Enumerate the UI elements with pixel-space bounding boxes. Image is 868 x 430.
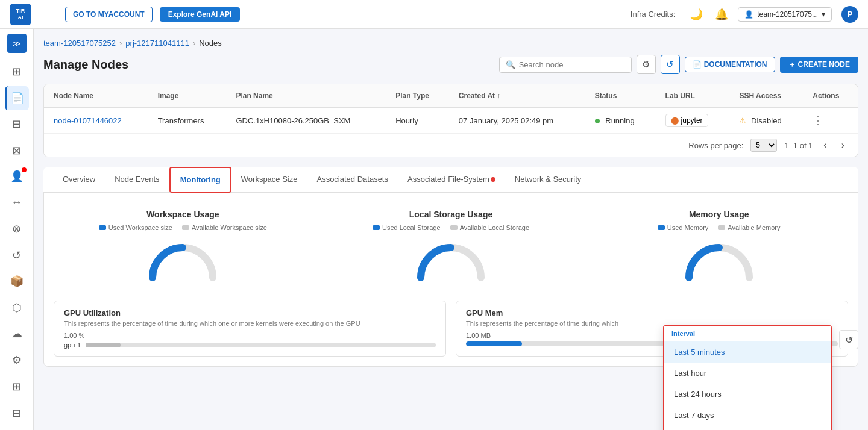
status-dot — [595, 119, 600, 123]
gpu-utilization-bar-fill — [86, 343, 121, 347]
sidebar-item-table[interactable]: ⊠ — [5, 139, 29, 162]
jupyter-logo: ⬤ — [671, 116, 679, 125]
sidebar-item-datasets[interactable]: ⊟ — [5, 113, 29, 136]
logo-icon: TIRAI — [10, 4, 31, 25]
rows-per-page-label: Rows per page: — [688, 141, 743, 150]
usage-row: Workspace Usage Used Workspace size Avai… — [54, 202, 848, 291]
page-actions: 🔍 ⚙ ↺ 📄 DOCUMENTATION ＋ CREATE NODE — [499, 55, 858, 74]
sidebar-item-network[interactable]: ⬡ — [5, 296, 29, 319]
tab-workspace-size[interactable]: Workspace Size — [231, 167, 307, 192]
sidebar-item-registry[interactable]: ⊞ — [5, 375, 29, 399]
breadcrumb-team[interactable]: team-120517075252 — [43, 39, 116, 48]
workspace-usage-card: Workspace Usage Used Workspace size Avai… — [54, 202, 312, 291]
tab-node-events[interactable]: Node Events — [105, 167, 169, 192]
tab-overview[interactable]: Overview — [53, 167, 105, 192]
workspace-usage-legend: Used Workspace size Available Workspace … — [61, 224, 305, 231]
monitoring-refresh-button[interactable]: ↺ — [839, 330, 858, 349]
tab-network-security[interactable]: Network & Security — [505, 167, 591, 192]
tab-monitoring[interactable]: Monitoring — [169, 167, 231, 193]
explore-genai-button[interactable]: Explore GenAI API — [160, 7, 241, 22]
page-title: Manage Nodes — [43, 58, 128, 72]
sidebar-item-dashboard[interactable]: ⊞ — [5, 60, 29, 84]
tab-associated-filesystem[interactable]: Associated File-System — [398, 167, 505, 192]
col-actions: Actions — [803, 84, 858, 108]
table-header-row: Node Name Image Plan Name Plan Type Crea… — [44, 84, 858, 108]
gpu-utilization-bar-wrap: gpu-1 — [64, 341, 436, 349]
cell-actions: ⋮ — [803, 108, 858, 134]
cell-image: Transformers — [148, 108, 227, 134]
interval-option-7d[interactable]: Last 7 days — [664, 405, 831, 426]
memory-usage-card: Memory Usage Used Memory Available Memor… — [590, 202, 848, 291]
memory-usage-title: Memory Usage — [597, 210, 841, 219]
memory-usage-legend: Used Memory Available Memory — [597, 224, 841, 231]
interval-option-1mo[interactable]: Last month — [664, 426, 831, 430]
workspace-usage-title: Workspace Usage — [61, 210, 305, 219]
local-storage-title: Local Storage Usage — [329, 210, 573, 219]
gpu-utilization-bar-label: gpu-1 — [64, 341, 81, 349]
tab-associated-datasets[interactable]: Associated Datasets — [307, 167, 398, 192]
sidebar-item-users[interactable]: 👤 — [5, 165, 29, 189]
breadcrumb-project[interactable]: prj-121711041111 — [125, 39, 189, 48]
cell-lab-url: ⬤ jupyter — [656, 108, 730, 134]
node-link[interactable]: node-01071446022 — [54, 116, 122, 125]
memory-available-legend-dot — [718, 225, 725, 230]
sidebar-item-workflows[interactable]: ↔ — [5, 191, 29, 214]
col-status: Status — [585, 84, 656, 108]
infra-credits-label: Infra Credits: — [631, 10, 675, 19]
cell-node-name: node-01071446022 — [44, 108, 148, 134]
interval-option-5min[interactable]: Last 5 minutes — [664, 341, 831, 363]
chevron-down-icon: ▾ — [822, 10, 825, 19]
col-node-name: Node Name — [44, 84, 148, 108]
jupyter-label: jupyter — [681, 116, 703, 125]
filter-button[interactable]: ⚙ — [637, 55, 656, 74]
logo: TIRAI — [10, 4, 58, 25]
col-created-at: Created At ↑ — [449, 84, 585, 108]
notifications-button[interactable]: 🔔 — [712, 5, 731, 23]
plus-icon: ＋ — [788, 60, 796, 70]
sidebar-item-nodes[interactable]: 📄 — [5, 86, 29, 110]
sidebar-item-refresh[interactable]: ↺ — [5, 243, 29, 267]
sidebar-item-storage[interactable]: 📦 — [5, 269, 29, 293]
memory-used-legend-dot — [658, 225, 665, 230]
team-selector-button[interactable]: 👤 team-120517075... ▾ — [738, 7, 832, 22]
sidebar-toggle-button[interactable]: ≫ — [7, 34, 27, 53]
gpu-utilization-stat: 1.00 % — [64, 332, 436, 339]
local-storage-legend: Used Local Storage Available Local Stora… — [329, 224, 573, 231]
search-input[interactable] — [519, 60, 625, 69]
sidebar-item-integrations[interactable]: ⊗ — [5, 217, 29, 241]
interval-dropdown: Interval Last 5 minutes Last hour Last 2… — [663, 325, 832, 430]
nodes-table: Node Name Image Plan Name Plan Type Crea… — [44, 84, 858, 133]
header: TIRAI GO TO MYACCOUNT Explore GenAI API … — [0, 0, 868, 29]
breadcrumb-sep1: › — [119, 39, 122, 48]
col-plan-type: Plan Type — [386, 84, 449, 108]
logo-text: TIRAI — [16, 8, 25, 21]
go-myaccount-button[interactable]: GO TO MYACCOUNT — [65, 7, 153, 22]
warning-icon: ⚠ — [739, 116, 746, 125]
jupyter-button[interactable]: ⬤ jupyter — [665, 114, 708, 127]
workspace-gauge — [61, 238, 305, 284]
workspace-available-legend-dot — [182, 225, 189, 230]
interval-option-24hr[interactable]: Last 24 hours — [664, 384, 831, 405]
prev-page-button[interactable]: ‹ — [820, 139, 830, 152]
sidebar-item-settings[interactable]: ⚙ — [5, 348, 29, 372]
gpu-memory-bar-fill — [466, 341, 522, 346]
interval-header: Interval — [664, 326, 831, 341]
interval-option-1hr[interactable]: Last hour — [664, 363, 831, 384]
avatar[interactable]: P — [841, 6, 858, 23]
search-box: 🔍 — [499, 57, 632, 73]
rows-per-page-select[interactable]: 5 10 25 — [750, 139, 777, 152]
cell-created-at: 07 January, 2025 02:49 pm — [449, 108, 585, 134]
memory-gauge — [597, 238, 841, 284]
refresh-table-button[interactable]: ↺ — [661, 55, 680, 74]
next-page-button[interactable]: › — [838, 139, 848, 152]
col-lab-url: Lab URL — [656, 84, 730, 108]
sidebar-item-help[interactable]: ⊟ — [5, 401, 29, 425]
dark-mode-button[interactable]: 🌙 — [687, 5, 705, 23]
doc-icon: 📄 — [693, 60, 702, 69]
documentation-button[interactable]: 📄 DOCUMENTATION — [685, 57, 775, 72]
sidebar-item-cloud[interactable]: ☁ — [5, 322, 29, 345]
table-footer: Rows per page: 5 10 25 1–1 of 1 ‹ › — [44, 133, 858, 157]
create-node-button[interactable]: ＋ CREATE NODE — [780, 57, 858, 73]
gpu-utilization-card: GPU Utilization This represents the perc… — [54, 301, 446, 357]
actions-menu-button[interactable]: ⋮ — [813, 114, 823, 126]
